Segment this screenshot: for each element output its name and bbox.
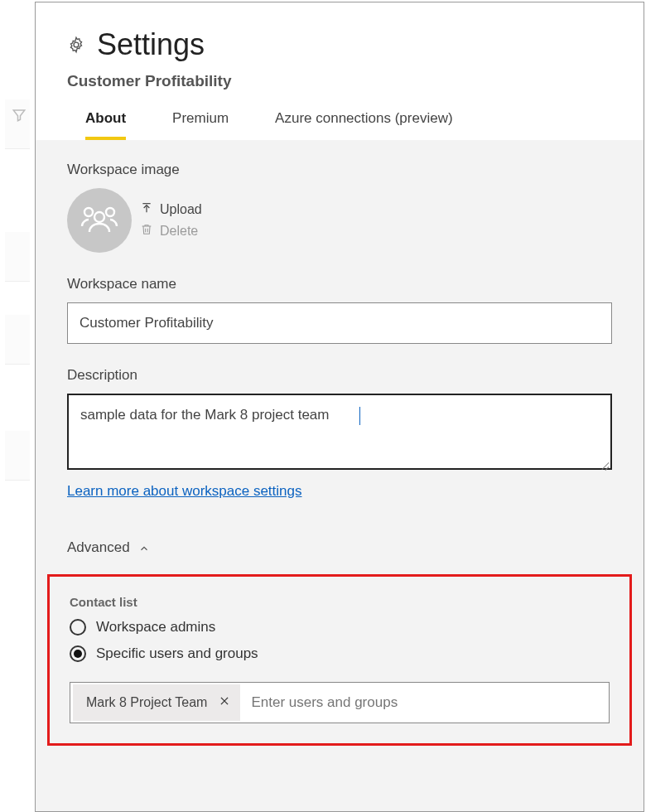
advanced-label: Advanced (67, 539, 130, 556)
upload-icon (140, 201, 153, 218)
description-label: Description (67, 367, 612, 384)
funnel-icon (12, 108, 27, 126)
contact-list-label: Contact list (70, 595, 610, 609)
chip-label: Mark 8 Project Team (86, 695, 207, 710)
upload-label: Upload (160, 202, 202, 217)
workspace-avatar (67, 188, 132, 253)
people-icon (79, 204, 120, 237)
contact-chip: Mark 8 Project Team (73, 684, 240, 721)
panel-body: Workspace image (36, 140, 644, 811)
trash-icon (140, 223, 153, 239)
svg-point-0 (74, 42, 79, 47)
delete-image-button[interactable]: Delete (140, 223, 202, 239)
close-icon[interactable] (219, 695, 230, 710)
radio-label: Workspace admins (96, 619, 215, 636)
radio-icon (70, 619, 86, 636)
contact-list-section: Contact list Workspace admins Specific u… (47, 574, 632, 746)
chevron-up-icon (138, 542, 150, 553)
workspace-name-label: Workspace name (67, 276, 612, 292)
workspace-subtitle: Customer Profitability (67, 72, 612, 90)
text-caret (359, 407, 360, 425)
gear-icon (67, 36, 85, 54)
tab-about[interactable]: About (85, 110, 126, 140)
radio-specific-users[interactable]: Specific users and groups (70, 645, 610, 662)
workspace-name-input[interactable] (67, 302, 612, 344)
contact-search-field[interactable] (243, 694, 609, 711)
advanced-toggle[interactable]: Advanced (67, 539, 612, 556)
tab-azure-connections[interactable]: Azure connections (preview) (275, 110, 452, 140)
learn-more-link[interactable]: Learn more about workspace settings (67, 483, 302, 500)
svg-point-3 (94, 212, 104, 222)
svg-point-1 (84, 208, 93, 216)
tab-bar: About Premium Azure connections (preview… (67, 110, 612, 140)
radio-label: Specific users and groups (96, 645, 258, 662)
description-textarea[interactable] (67, 394, 612, 470)
settings-panel: Settings Customer Profitability About Pr… (35, 2, 644, 812)
panel-header: Settings Customer Profitability About Pr… (36, 2, 644, 140)
upload-image-button[interactable]: Upload (140, 201, 202, 218)
svg-point-2 (106, 208, 114, 216)
delete-label: Delete (160, 224, 198, 239)
workspace-image-label: Workspace image (67, 162, 612, 178)
page-title: Settings (97, 27, 205, 62)
tab-premium[interactable]: Premium (172, 110, 229, 140)
radio-icon (70, 645, 86, 662)
radio-workspace-admins[interactable]: Workspace admins (70, 619, 610, 636)
contact-list-input[interactable]: Mark 8 Project Team (70, 682, 610, 723)
